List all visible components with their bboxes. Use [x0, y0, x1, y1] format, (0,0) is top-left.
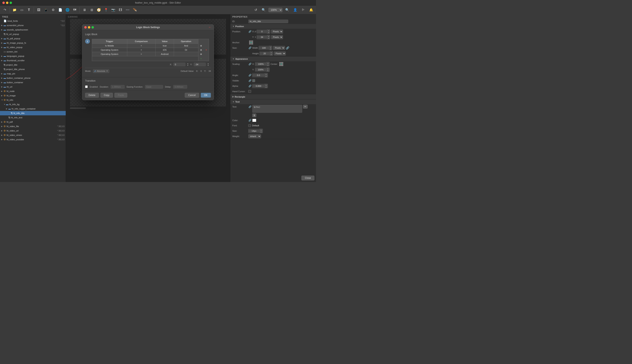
feather-tool[interactable]: 🪶 [132, 7, 138, 13]
row3-delete[interactable]: ⊗ [198, 52, 204, 56]
grid-tool[interactable]: ⊞ [89, 7, 95, 13]
y-unit-select[interactable]: Pixels [271, 35, 283, 39]
coord-y-input[interactable] [194, 63, 206, 66]
coord-y-down[interactable]: ▼ [207, 64, 209, 66]
tree-item-ht-info-toggle-container[interactable]: ▶ ▬ ht_info_toggle_container [0, 106, 66, 111]
row2-x[interactable]: ✕ [204, 48, 209, 52]
close-button[interactable] [3, 2, 5, 4]
x-input[interactable] [257, 30, 267, 33]
dialog-min-button[interactable] [88, 26, 90, 28]
tree-item-button-container[interactable]: ▶ ▬ button_container [0, 80, 66, 84]
zoom-select[interactable]: 100% [268, 8, 282, 12]
user-button[interactable]: 👤 [292, 7, 298, 13]
mode-selector[interactable]: ⇄ Absolute ▼ [93, 69, 109, 73]
center-cell[interactable] [279, 65, 280, 66]
search-button[interactable]: 🔍 [260, 7, 267, 13]
map-tool[interactable]: 🗺 [72, 7, 78, 13]
tree-item-ht-url-popup[interactable]: T| ht_url_popup [0, 32, 66, 36]
alpha-stepper-arrows[interactable]: ▲ ▼ [264, 84, 268, 88]
pin-tool[interactable]: 📍 [103, 7, 109, 13]
tree-item-screen-tint[interactable]: ▭ screen_tint [0, 50, 66, 54]
font-size-stepper[interactable]: ▲ ▼ [248, 129, 263, 133]
center-grid[interactable] [279, 62, 283, 66]
tree-item-project-title-phone[interactable]: T| project_title_phone [0, 67, 66, 72]
globe-tool[interactable]: 🌐 [64, 7, 71, 13]
center-cell[interactable] [282, 62, 283, 63]
bell-button[interactable]: 🔔 [308, 7, 314, 13]
y-down-arrow[interactable]: ▼ [267, 37, 270, 39]
alpha-stepper[interactable]: ▲ ▼ [252, 84, 268, 88]
paste-button[interactable]: Paste [114, 93, 127, 98]
text-expand-button[interactable]: $ [252, 114, 256, 117]
width-unit-select[interactable]: Pixels [273, 46, 285, 50]
info-button[interactable]: i [85, 39, 90, 44]
scaling-x-input[interactable] [255, 62, 266, 66]
color-connect-icon[interactable]: 🔗 [248, 119, 251, 122]
tree-item-button-container-phone[interactable]: ▶ ▬ button_container_phone [0, 76, 66, 80]
font-size-down[interactable]: ▼ [259, 131, 263, 133]
anchor-cell[interactable] [252, 43, 253, 44]
angle-stepper[interactable]: ▲ ▼ [252, 73, 268, 78]
angle-connect-icon[interactable]: 🔗 [248, 74, 251, 77]
y-up-arrow[interactable]: ▲ [267, 35, 270, 37]
tree-item-ht-info-title[interactable]: T| ht_info_title [0, 111, 66, 115]
alpha-up[interactable]: ▲ [264, 84, 268, 86]
coord-y-up[interactable]: ▲ [207, 63, 209, 64]
scaling-x-up[interactable]: ▲ [266, 62, 269, 64]
tree-item-ht-image[interactable]: ▶ ⚙ ht_image [0, 94, 66, 98]
angle-down[interactable]: ▼ [264, 75, 268, 77]
x-unit-select[interactable]: Pixels [271, 30, 283, 34]
tree-item-ht-video-vimeo[interactable]: ▶ ⚙ ht_video_vimeo ⌃382,63 [0, 133, 66, 137]
easing-input[interactable] [145, 85, 163, 88]
id-input[interactable] [248, 20, 288, 23]
x-stepper-arrows[interactable]: ▲ ▼ [267, 30, 270, 34]
y-stepper-arrows[interactable]: ▲ ▼ [267, 35, 270, 39]
center-cell[interactable] [279, 62, 280, 63]
scaling-connect-icon[interactable]: 🔗 [248, 62, 251, 66]
height-down-arrow[interactable]: ▼ [270, 54, 273, 56]
coord-x-up[interactable]: ▲ [187, 63, 189, 64]
panel-close-button[interactable]: Close [301, 176, 314, 180]
font-size-stepper-arrows[interactable]: ▲ ▼ [259, 129, 263, 133]
height-up-arrow[interactable]: ▲ [270, 52, 273, 54]
font-size-input[interactable] [248, 129, 259, 132]
scaling-y-down[interactable]: ▼ [266, 70, 269, 72]
position-connect-icon[interactable]: 🔗 [248, 30, 251, 33]
width-up-arrow[interactable]: ▲ [269, 46, 272, 48]
center-cell[interactable] [282, 65, 283, 66]
tree-item-ht-info-bg[interactable]: ▼ ▬ ht_info_bg [0, 102, 66, 106]
tree-item-ht-info-text[interactable]: T| ht_info_text [0, 115, 66, 120]
anchor-cell[interactable] [250, 42, 252, 43]
rectangle-header[interactable]: ▶ Rectangle [230, 94, 316, 99]
angle-stepper-arrows[interactable]: ▲ ▼ [264, 73, 268, 77]
delay-input[interactable] [173, 85, 187, 88]
scaling-y-stepper-arrows[interactable]: ▲ ▼ [266, 68, 269, 72]
center-cell[interactable] [282, 64, 283, 65]
tree-item-sounds-splashscreen[interactable]: ▶ ▬ sounds_splashscreen [0, 28, 66, 32]
visible-connect-icon[interactable]: 🔗 [248, 79, 251, 82]
rect-tool[interactable]: ▭ [19, 7, 25, 13]
tree-item-ht-video-youtube[interactable]: ▶ ⚙ ht_video_youtube ⌃382,63 [0, 137, 66, 142]
anchor-cell[interactable] [250, 40, 252, 42]
text-header[interactable]: ▼ Text [230, 100, 316, 104]
pdf-tool[interactable]: 📄 [57, 7, 64, 13]
tree-item-ht-pdf-popup[interactable]: ▶ ▬ ht_pdf_popup [0, 36, 66, 41]
compass-tool[interactable]: 🧭 [96, 7, 102, 13]
tree-item-languages-popup[interactable]: ▶ ▬ languages_popup [0, 54, 66, 58]
x-down-arrow[interactable]: ▼ [267, 32, 270, 34]
scaling-y-up[interactable]: ▲ [266, 68, 269, 70]
height-unit-select[interactable]: Pixels [274, 52, 286, 56]
monitor-tool[interactable]: 🖥 [81, 7, 88, 13]
anchor-cell[interactable] [249, 40, 250, 42]
scaling-y-stepper[interactable]: ▲ ▼ [255, 68, 270, 72]
scaling-x-stepper-arrows[interactable]: ▲ ▼ [266, 62, 269, 66]
anchor-cell[interactable] [252, 40, 253, 42]
folder-tool[interactable]: 📁 [12, 7, 18, 13]
center-cell[interactable] [279, 64, 280, 65]
screen-tool[interactable]: 📱 [43, 7, 49, 13]
x-stepper[interactable]: ▲ ▼ [257, 29, 270, 34]
height-stepper[interactable]: ▲ ▼ [259, 51, 273, 56]
maximize-button[interactable] [10, 2, 12, 4]
coord-y-stepper[interactable]: ▲ ▼ [207, 63, 209, 66]
copy-button[interactable]: Copy [101, 93, 113, 98]
